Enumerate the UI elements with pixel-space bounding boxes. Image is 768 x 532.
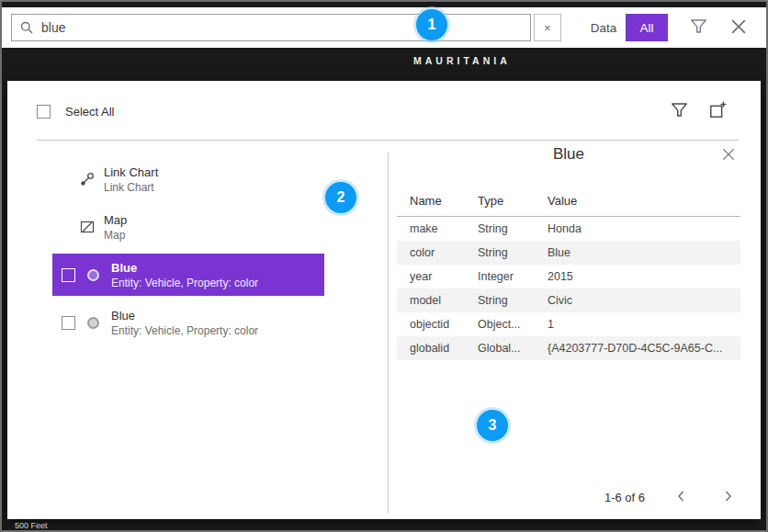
result-item[interactable]: BlueEntity: Vehicle, Property: color <box>52 254 324 296</box>
app-window: × Data All MAURITANIA 500 Feet Select Al… <box>0 0 768 532</box>
result-item[interactable]: Link ChartLink Chart <box>52 158 324 200</box>
filter-icon <box>690 17 707 38</box>
header-actions <box>669 101 728 121</box>
panel-divider <box>388 153 389 514</box>
callout-badge-2: 2 <box>325 182 356 213</box>
result-title: Blue <box>111 309 258 323</box>
result-text: BlueEntity: Vehicle, Property: color <box>111 309 258 337</box>
search-icon <box>19 20 34 35</box>
result-checkbox[interactable] <box>62 268 75 282</box>
detail-title: Blue <box>553 145 584 163</box>
table-cell: Global... <box>470 336 540 360</box>
chevron-right-icon <box>720 489 735 506</box>
map-country-label: MAURITANIA <box>413 55 511 66</box>
entity-icon <box>87 269 99 281</box>
table-cell: Object... <box>470 312 540 336</box>
table-row: makeStringHonda <box>397 217 740 242</box>
result-subtitle: Entity: Vehicle, Property: color <box>111 324 258 337</box>
result-subtitle: Entity: Vehicle, Property: color <box>111 277 258 289</box>
results-list: Link ChartLink ChartMapMapBlueEntity: Ve… <box>52 158 324 349</box>
previous-page-button[interactable] <box>672 488 691 506</box>
map-icon <box>80 220 95 234</box>
select-all-label: Select All <box>65 105 114 119</box>
plus-square-icon <box>709 101 727 121</box>
detail-title-row: Blue <box>397 145 740 173</box>
result-text: BlueEntity: Vehicle, Property: color <box>111 261 258 289</box>
result-text: Link ChartLink Chart <box>104 165 158 194</box>
table-cell: Integer <box>470 265 540 289</box>
close-icon <box>728 17 749 40</box>
entity-icon <box>87 317 99 329</box>
scope-toggle: Data All <box>582 14 668 41</box>
result-title: Link Chart <box>104 165 158 179</box>
pagination-label: 1-6 of 6 <box>604 491 645 504</box>
column-header: Value <box>540 187 740 217</box>
table-cell: String <box>470 217 540 242</box>
results-dialog: Select All Link ChartLink ChartMapMapBlu… <box>7 81 761 519</box>
header-divider <box>37 140 739 141</box>
pagination: 1-6 of 6 <box>604 488 737 506</box>
properties-table: NameTypeValue makeStringHondacolorString… <box>397 187 740 360</box>
search-filter-button[interactable] <box>684 14 712 41</box>
close-search-button[interactable] <box>723 12 754 43</box>
map-scale-label: 500 Feet <box>15 521 48 530</box>
table-cell: year <box>397 265 470 289</box>
search-box <box>11 14 531 41</box>
next-page-button[interactable] <box>718 488 737 506</box>
link-chart-icon <box>80 172 95 187</box>
table-row: colorStringBlue <box>397 241 740 265</box>
detail-panel: Blue NameTypeValue makeStringHondacolorS… <box>397 145 740 360</box>
table-row: objectidObject...1 <box>397 312 740 336</box>
table-row: globalidGlobal...{A4203777-D70D-4C5C-9A6… <box>397 336 740 360</box>
result-item[interactable]: MapMap <box>52 206 324 248</box>
table-cell: color <box>397 241 470 265</box>
callout-badge-1: 1 <box>416 9 447 40</box>
filter-icon <box>671 101 688 121</box>
result-checkbox[interactable] <box>62 316 75 330</box>
result-subtitle: Link Chart <box>104 181 158 194</box>
table-cell: globalid <box>397 336 470 360</box>
table-cell: Blue <box>540 241 740 265</box>
result-text: MapMap <box>104 213 127 242</box>
data-toggle-button[interactable]: Data <box>582 14 626 41</box>
table-row: yearInteger2015 <box>397 265 740 289</box>
result-title: Blue <box>111 261 258 275</box>
result-subtitle: Map <box>104 229 127 242</box>
search-clear-button[interactable]: × <box>534 14 561 41</box>
result-title: Map <box>104 213 127 227</box>
table-header-row: NameTypeValue <box>397 187 740 217</box>
chevron-left-icon <box>674 489 689 506</box>
table-cell: Civic <box>540 289 740 312</box>
all-toggle-button[interactable]: All <box>626 14 668 41</box>
callout-badge-3: 3 <box>477 410 508 441</box>
table-cell: Honda <box>540 217 740 242</box>
table-cell: String <box>470 289 540 312</box>
table-cell: objectid <box>397 312 470 336</box>
table-cell: {A4203777-D70D-4C5C-9A65-C... <box>540 336 740 360</box>
table-cell: make <box>397 217 470 242</box>
table-cell: String <box>470 241 540 265</box>
search-toolbar: × Data All <box>2 7 766 48</box>
select-all-checkbox[interactable] <box>37 105 51 119</box>
table-row: modelStringCivic <box>397 289 740 312</box>
close-icon <box>720 146 737 165</box>
dialog-header: Select All <box>37 101 728 121</box>
table-cell: 2015 <box>540 265 740 289</box>
result-item[interactable]: BlueEntity: Vehicle, Property: color <box>52 301 324 344</box>
column-header: Type <box>470 187 540 217</box>
search-input[interactable] <box>41 20 523 35</box>
table-body: makeStringHondacolorStringBlueyearIntege… <box>397 217 740 361</box>
filter-results-button[interactable] <box>669 101 689 121</box>
add-to-new-button[interactable] <box>707 101 728 121</box>
table-cell: model <box>397 289 470 312</box>
column-header: Name <box>397 187 470 217</box>
table-cell: 1 <box>540 312 740 336</box>
close-detail-button[interactable] <box>718 145 739 165</box>
